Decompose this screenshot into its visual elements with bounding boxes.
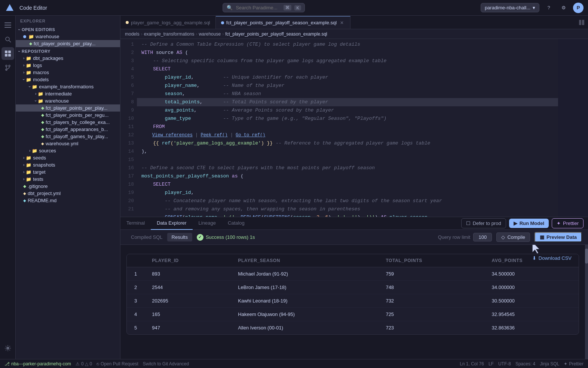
open-editor-file[interactable]: ◆ fct_player_points_per_play... (16, 40, 120, 47)
scrollbar-thumb[interactable] (585, 249, 588, 264)
prettier-button[interactable]: ✦ Prettier (552, 218, 584, 228)
query-limit-input[interactable] (473, 233, 492, 241)
activity-git[interactable] (1, 61, 14, 74)
sidebar-item-models[interactable]: › 📁 models (16, 76, 120, 83)
compile-button[interactable]: ◇ Compile (496, 232, 530, 242)
sql-icon: ◆ (41, 113, 44, 117)
sidebar-item-warehouse[interactable]: › 📁 warehouse (16, 97, 120, 104)
workspace-selector[interactable]: paradime-nba-chall... ▾ (481, 3, 539, 12)
sidebar-item-dbt-packages[interactable]: › 📁 dbt_packages (16, 55, 120, 62)
sidebar-item-intermediate[interactable]: › 📁 intermediate (16, 90, 120, 97)
settings-button[interactable]: ⚙ (558, 2, 569, 13)
sidebar-item-target[interactable]: › 📁 target (16, 168, 120, 176)
preview-data-button[interactable]: ▦ Preview Data (535, 232, 582, 242)
kbd1: ⌘ (284, 5, 291, 10)
status-language[interactable]: Jinja SQL (540, 361, 559, 367)
status-warnings[interactable]: ⚠ 0 △ 0 (76, 361, 92, 367)
search-input[interactable] (236, 5, 281, 10)
open-editors-header[interactable]: › OPEN Editors (16, 26, 120, 33)
panel-tab-lineage[interactable]: Lineage (193, 217, 222, 230)
tab-fct-player-points[interactable]: fct_player_points_per_playoff_season_exa… (216, 16, 350, 29)
status-lf[interactable]: LF (489, 361, 494, 367)
defer-to-prod-button[interactable]: ☐ Defer to prod (461, 218, 506, 228)
chevron-icon: › (28, 86, 32, 87)
status-spaces[interactable]: Spaces: 4 (515, 361, 535, 367)
folder-icon: 📁 (28, 34, 34, 39)
status-git-branch[interactable]: ⎇ nba---parker-paradimehq-com (4, 361, 71, 367)
item-label: logs (33, 63, 42, 68)
repository-header[interactable]: › REPOSITORY (16, 48, 120, 55)
sidebar-file-fct-playoff-games[interactable]: ◆ fct_playoff_games_by_play... (16, 133, 120, 140)
sidebar-item-tests[interactable]: › 📁 tests (16, 176, 120, 183)
code-line-20: -- and removing any spaces, then wrappin… (137, 205, 558, 213)
go-to-ref-link[interactable]: Go to ref() (236, 133, 265, 138)
sidebar-file-readme[interactable]: ◆ README.md (16, 197, 120, 204)
panel-tab-catalog[interactable]: Catalog (222, 217, 251, 230)
col-player-id[interactable]: PLAYER_ID (144, 254, 230, 267)
open-editor-warehouse[interactable]: 📁 warehouse (16, 33, 120, 40)
chevron-icon: › (29, 149, 30, 153)
results-scrollbar[interactable] (585, 245, 588, 359)
activity-menu[interactable] (1, 19, 14, 31)
status-switch-git[interactable]: Switch to Git Advanced (143, 361, 189, 367)
item-label: fct_playoff_appearances_b... (46, 127, 108, 132)
sidebar-file-fct-players-college[interactable]: ◆ fct_players_by_college_exa... (16, 119, 120, 126)
cell-avg-points: 30.500000 (484, 294, 579, 308)
sep: › (222, 31, 224, 37)
sidebar-item-example-transformations[interactable]: › 📁 example_transformations (16, 83, 120, 90)
sidebar-file-fct-points-regular[interactable]: ◆ fct_player_points_per_regu... (16, 112, 120, 119)
tab-player-game-logs[interactable]: player_game_logs_agg_example.sql (120, 16, 216, 29)
activity-search[interactable] (1, 33, 14, 46)
breadcrumb-part-2[interactable]: example_transformations (144, 31, 195, 37)
sidebar-file-fct-playoff-appearances[interactable]: ◆ fct_playoff_appearances_b... (16, 126, 120, 133)
help-button[interactable]: ? (543, 2, 554, 13)
col-player-season[interactable]: PLAYER_SEASON (230, 254, 378, 267)
sidebar-file-gitignore[interactable]: ◆ .gitignore (16, 183, 120, 190)
sidebar-item-snapshots[interactable]: › 📁 snapshots (16, 161, 120, 168)
svg-rect-1 (4, 22, 11, 23)
tab-close-button[interactable]: ✕ (339, 20, 345, 26)
chevron-icon: › (22, 79, 26, 80)
md-icon: ◆ (23, 198, 26, 203)
activity-theme[interactable] (1, 342, 14, 355)
chevron-icon: › (23, 70, 24, 74)
sidebar-item-seeds[interactable]: › 📁 seeds (16, 154, 120, 161)
col-total-points[interactable]: TOTAL_POINTS (378, 254, 484, 267)
chevron-icon: › (23, 56, 24, 60)
item-label: warehouse.yml (46, 141, 78, 146)
results-toolbar: Compiled SQL Results ✓ Success (100 rows… (120, 230, 588, 245)
chevron-icon: › (34, 100, 38, 101)
sidebar-item-sources[interactable]: › 📁 sources (16, 147, 120, 154)
panel-right-actions: ☐ Defer to prod ▶ Run Model ✦ Prettier (461, 218, 584, 228)
code-line-16: most_points_per_playoff_season as ( (137, 172, 558, 180)
sidebar-item-logs[interactable]: › 📁 logs (16, 62, 120, 69)
breadcrumb-part-1[interactable]: models (125, 31, 140, 37)
chevron-down-icon: ▾ (533, 5, 535, 10)
panel-tab-terminal[interactable]: Terminal (120, 217, 151, 230)
sidebar-file-warehouse-yml[interactable]: ◆ warehouse.yml (16, 140, 120, 147)
sidebar-file-dbt-project[interactable]: ◆ dbt_project.yml (16, 190, 120, 197)
play-icon: ▶ (514, 221, 517, 226)
sidebar-file-fct-points-playoff[interactable]: ◆ fct_player_points_per_play... (16, 104, 120, 112)
sidebar-item-macros[interactable]: › 📁 macros (16, 69, 120, 76)
results-tab[interactable]: Results (167, 233, 192, 241)
view-references-link[interactable]: View references (152, 133, 193, 138)
compiled-sql-tab[interactable]: Compiled SQL (126, 233, 167, 241)
peek-ref-link[interactable]: Peek ref() (200, 133, 227, 138)
panel-tab-data-explorer[interactable]: Data Explorer (151, 217, 192, 230)
code-content[interactable]: -- Define a Common Table Expression (CTE… (137, 39, 558, 217)
activity-explorer[interactable] (1, 47, 14, 60)
folder-icon: 📁 (32, 84, 37, 89)
data-table-wrap[interactable]: ⬇ Download CSV PLAYER_ID PLAYE (120, 245, 585, 359)
item-label: fct_player_points_per_play... (46, 105, 107, 111)
split-editor-button[interactable] (575, 16, 588, 29)
status-position[interactable]: Ln 1, Col 76 (460, 361, 484, 367)
status-encoding[interactable]: UTF-8 (498, 361, 511, 367)
status-open-pr[interactable]: ⎋ Open Pull Request (97, 361, 138, 367)
status-prettier[interactable]: ✦ Prettier (564, 361, 584, 367)
avatar[interactable]: P (573, 3, 584, 13)
download-csv-button[interactable]: ⬇ Download CSV (532, 255, 572, 261)
run-model-button[interactable]: ▶ Run Model (509, 219, 549, 228)
search-bar[interactable]: 🔍 ⌘ K (223, 3, 305, 12)
breadcrumb-part-3[interactable]: warehouse (199, 31, 221, 37)
